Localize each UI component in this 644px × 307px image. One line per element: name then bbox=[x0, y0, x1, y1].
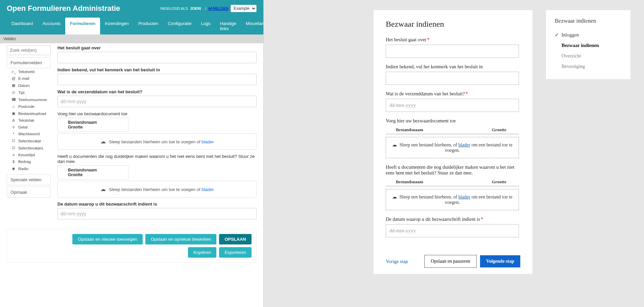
fieldtype-item[interactable]: >_Tekstveld bbox=[7, 68, 51, 75]
progress-list: Inloggen Bezwaar indienen Overzicht Beve… bbox=[555, 30, 622, 72]
admin-user-strip: INGELOGD ALS JOERI . / AFMELDEN Example bbox=[161, 5, 257, 12]
nav-accounts[interactable]: Accounts bbox=[38, 18, 65, 34]
form-canvas: Het besluit gaat over Indien bekend, vul… bbox=[57, 45, 257, 223]
fieldtype-item[interactable]: *Wachtwoord bbox=[7, 131, 51, 137]
group-speciale-velden[interactable]: Speciale velden bbox=[7, 174, 51, 185]
save-and-edit-button[interactable]: Opslaan en opnieuw bewerken bbox=[145, 234, 217, 244]
fieldtype-item[interactable]: ▦Datum bbox=[7, 82, 51, 89]
fieldtype-label: E-mail bbox=[18, 76, 29, 80]
fieldtype-label: Bestandsupload bbox=[18, 112, 46, 116]
pf-input-verzenddatum[interactable] bbox=[386, 99, 519, 112]
fieldtype-icon: $ bbox=[11, 160, 16, 164]
progress-step-bevestiging[interactable]: Bevestiging bbox=[555, 61, 622, 72]
drop-browse-link[interactable]: blader bbox=[201, 187, 214, 192]
canvas-input-indiendatum[interactable] bbox=[57, 208, 257, 219]
fieldtype-item[interactable]: ☑Selectievakje bbox=[7, 137, 51, 144]
pf-input-indiendatum[interactable] bbox=[386, 224, 519, 237]
pf-label-kenmerk: Indien bekend, vul het kenmerk van het b… bbox=[386, 64, 519, 70]
pf-label-bezwaardoc: Voeg hier uw bezwaardocument toe bbox=[386, 118, 519, 124]
pf-file-col-bestandsnaam: Bestandsnaam bbox=[386, 179, 492, 185]
save-and-new-button[interactable]: Opslaan en nieuwe toevoegen bbox=[72, 234, 143, 244]
group-opmaak[interactable]: Opmaak bbox=[7, 187, 51, 198]
nav-formulieren[interactable]: Formulieren bbox=[65, 18, 100, 34]
fieldtype-item[interactable]: ⌂Postcode bbox=[7, 103, 51, 110]
field-search-input[interactable] bbox=[7, 45, 51, 55]
drop-browse-link[interactable]: blader bbox=[201, 139, 214, 144]
export-button[interactable]: Exporteren bbox=[219, 247, 252, 258]
nav-inzendingen[interactable]: Inzendingen bbox=[100, 18, 134, 34]
fieldtype-item[interactable]: ▣Bestandsupload bbox=[7, 110, 51, 117]
fieldtype-item[interactable]: ATekstvlak bbox=[7, 117, 51, 124]
fieldtype-item[interactable]: $Bedrag bbox=[7, 158, 51, 165]
fieldtype-icon: ▣ bbox=[11, 111, 16, 116]
canvas-file-drop-1[interactable]: ☁ Sleep bestanden hierheen om toe te voe… bbox=[57, 133, 257, 150]
progress-step-inloggen[interactable]: Inloggen bbox=[555, 30, 622, 40]
pf-browse-link[interactable]: blader bbox=[458, 194, 470, 199]
nav-configuratie[interactable]: Configuratie bbox=[163, 18, 196, 34]
env-select[interactable]: Example bbox=[231, 5, 257, 12]
logout-link[interactable]: AFMELDEN bbox=[208, 6, 229, 10]
pf-input-besluit-over[interactable] bbox=[386, 45, 519, 58]
pf-dropzone-1[interactable]: ☁ Sleep een bestand hierheen, of blader … bbox=[386, 137, 519, 158]
fieldtype-label: Tekstvlak bbox=[18, 118, 34, 122]
nav-producten[interactable]: Producten bbox=[134, 18, 163, 34]
fieldtype-label: Telefoonnummer bbox=[18, 98, 47, 102]
nav-handige-links[interactable]: Handige links bbox=[215, 18, 241, 34]
pf-input-kenmerk[interactable] bbox=[386, 72, 519, 85]
fieldtype-icon: ☑ bbox=[11, 139, 16, 143]
public-pane: Bezwaar indienen Het besluit gaat over* … bbox=[264, 0, 644, 307]
pf-label-indiendatum: De datum waarop u dit bezwaarschrift ind… bbox=[386, 216, 519, 222]
nav-dashboard[interactable]: Dashboard bbox=[7, 18, 38, 34]
pf-file-table-header-2: Bestandsnaam Grootte bbox=[386, 178, 519, 186]
admin-body: Velden Formuliervelden >_Tekstveld@E-mai… bbox=[0, 34, 263, 307]
fieldtype-icon: ☑ bbox=[11, 146, 16, 150]
pf-dropzone-2[interactable]: ☁ Sleep een bestand hierheen, of blader … bbox=[386, 189, 519, 210]
pf-file-table-header-1: Bestandsnaam Grootte bbox=[386, 126, 519, 134]
canvas-input-kenmerk[interactable] bbox=[57, 74, 257, 85]
save-button[interactable]: OPSLAAN bbox=[219, 234, 252, 244]
admin-footer: Opslaan en nieuwe toevoegen Opslaan en o… bbox=[7, 229, 257, 263]
fieldtype-item[interactable]: ◉Radio bbox=[7, 165, 51, 172]
pf-label-documenten: Heeft u documenten die nog duidelijker m… bbox=[386, 164, 519, 176]
group-formuliervelden[interactable]: Formuliervelden bbox=[7, 57, 51, 68]
admin-header: Open Formulieren Administratie INGELOGD … bbox=[0, 0, 263, 34]
fieldtype-item[interactable]: #Getal bbox=[7, 124, 51, 131]
public-form-title: Bezwaar indienen bbox=[386, 20, 520, 29]
fieldtype-icon: ⌂ bbox=[11, 104, 16, 109]
canvas-input-verzenddatum[interactable] bbox=[57, 96, 257, 107]
fieldtype-item[interactable]: ◷Tijd bbox=[7, 89, 51, 96]
fieldtype-item[interactable]: ≡Keuzelijst bbox=[7, 151, 51, 158]
drop-text: Sleep bestanden hierheen om toe te voege… bbox=[109, 139, 201, 144]
file-col-grootte: Grootte bbox=[68, 172, 118, 177]
fieldtype-list: >_Tekstveld@E-mail▦Datum◷Tijd☎Telefoonnu… bbox=[7, 68, 51, 172]
fieldtype-item[interactable]: ☑Selectievakjes bbox=[7, 144, 51, 151]
cloud-upload-icon: ☁ bbox=[100, 186, 106, 192]
progress-step-bezwaar[interactable]: Bezwaar indienen bbox=[555, 40, 622, 51]
progress-step-overzicht[interactable]: Overzicht bbox=[555, 51, 622, 61]
save-pause-button[interactable]: Opslaan en pauzeren bbox=[424, 255, 477, 268]
prev-step-link[interactable]: Vorige stap bbox=[386, 259, 408, 264]
fieldtype-icon: @ bbox=[11, 76, 16, 80]
canvas-label-besluit-over: Het besluit gaat over bbox=[57, 45, 257, 50]
fieldtype-label: Wachtwoord bbox=[18, 132, 40, 136]
canvas-input-besluit-over[interactable] bbox=[57, 52, 257, 63]
pf-file-col-grootte: Grootte bbox=[492, 179, 519, 185]
fieldtype-item[interactable]: ☎Telefoonnummer bbox=[7, 96, 51, 103]
canvas-file-drop-2[interactable]: ☁ Sleep bestanden hierheen om toe te voe… bbox=[57, 181, 257, 197]
copy-button[interactable]: Kopiëren bbox=[188, 247, 216, 258]
admin-sidebar: Formuliervelden >_Tekstveld@E-mail▦Datum… bbox=[7, 45, 51, 223]
pf-drop-pre: Sleep een bestand hierheen, of bbox=[400, 194, 458, 199]
pf-drop-pre: Sleep een bestand hierheen, of bbox=[400, 142, 458, 147]
fieldtype-label: Datum bbox=[18, 84, 30, 88]
cloud-upload-icon: ☁ bbox=[392, 194, 397, 199]
section-velden-title: Velden bbox=[0, 34, 263, 43]
fieldtype-icon: ◉ bbox=[11, 166, 16, 171]
fieldtype-label: Keuzelijst bbox=[18, 153, 35, 157]
fieldtype-label: Postcode bbox=[18, 104, 34, 109]
fieldtype-item[interactable]: @E-mail bbox=[7, 75, 51, 82]
pf-browse-link[interactable]: blader bbox=[458, 142, 470, 147]
next-step-button[interactable]: Volgende stap bbox=[480, 255, 520, 267]
canvas-file-header-2: Bestandsnaam Grootte bbox=[57, 165, 128, 180]
nav-logs[interactable]: Logs bbox=[196, 18, 215, 34]
fieldtype-label: Bedrag bbox=[18, 160, 31, 164]
